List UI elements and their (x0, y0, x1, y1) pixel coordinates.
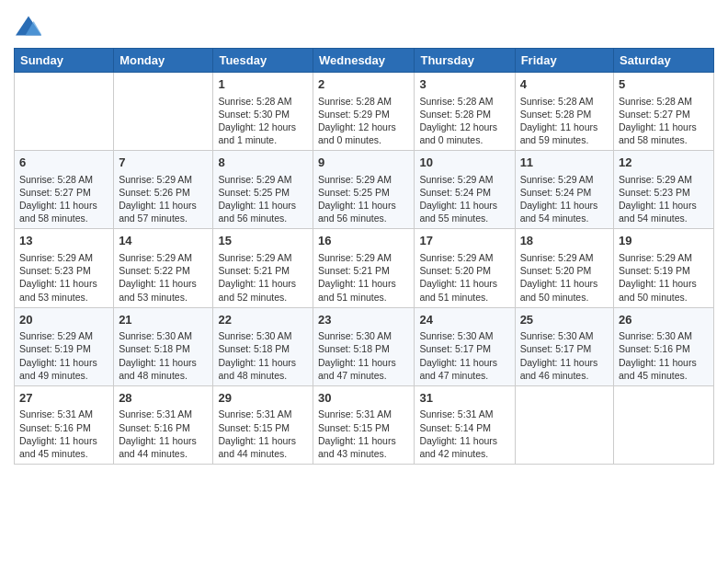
day-info: Sunset: 5:21 PM (318, 264, 409, 277)
calendar-week-row: 13Sunrise: 5:29 AMSunset: 5:23 PMDayligh… (15, 229, 714, 307)
day-number: 25 (520, 312, 609, 328)
day-info: Daylight: 11 hours and 56 minutes. (218, 199, 308, 224)
day-info: Daylight: 12 hours and 1 minute. (218, 121, 308, 146)
day-info: Sunrise: 5:30 AM (419, 329, 509, 342)
day-info: Daylight: 11 hours and 46 minutes. (520, 356, 609, 382)
calendar-cell: 8Sunrise: 5:29 AMSunset: 5:25 PMDaylight… (213, 151, 313, 229)
day-info: Daylight: 11 hours and 57 minutes. (119, 199, 208, 224)
day-info: Daylight: 11 hours and 52 minutes. (218, 277, 308, 303)
calendar-cell (114, 73, 213, 151)
day-info: Sunrise: 5:29 AM (218, 173, 308, 186)
calendar-cell: 21Sunrise: 5:30 AMSunset: 5:18 PMDayligh… (114, 307, 213, 385)
day-info: Sunrise: 5:28 AM (619, 95, 709, 108)
day-info: Sunset: 5:27 PM (619, 108, 709, 121)
day-info: Daylight: 11 hours and 43 minutes. (318, 434, 409, 460)
calendar-cell: 12Sunrise: 5:29 AMSunset: 5:23 PMDayligh… (614, 151, 714, 229)
day-info: Daylight: 11 hours and 54 minutes. (520, 199, 609, 224)
day-number: 21 (119, 312, 208, 328)
day-info: Sunrise: 5:29 AM (119, 251, 208, 264)
day-info: Daylight: 11 hours and 44 minutes. (218, 434, 308, 460)
calendar-cell: 11Sunrise: 5:29 AMSunset: 5:24 PMDayligh… (515, 151, 613, 229)
day-number: 9 (318, 155, 409, 171)
day-info: Daylight: 11 hours and 55 minutes. (419, 199, 509, 224)
day-info: Sunset: 5:22 PM (119, 264, 208, 277)
day-number: 22 (218, 312, 308, 328)
day-number: 19 (619, 233, 709, 249)
day-number: 31 (419, 390, 509, 407)
calendar-cell: 6Sunrise: 5:28 AMSunset: 5:27 PMDaylight… (15, 151, 114, 229)
day-info: Sunrise: 5:29 AM (520, 173, 609, 186)
day-info: Sunset: 5:17 PM (520, 342, 609, 355)
day-info: Sunrise: 5:31 AM (218, 408, 308, 420)
day-info: Sunset: 5:19 PM (619, 264, 709, 277)
day-info: Daylight: 11 hours and 48 minutes. (119, 356, 208, 382)
day-info: Sunrise: 5:28 AM (218, 95, 308, 108)
calendar-cell: 31Sunrise: 5:31 AMSunset: 5:14 PMDayligh… (415, 385, 515, 464)
calendar-week-row: 1Sunrise: 5:28 AMSunset: 5:30 PMDaylight… (15, 73, 714, 151)
logo (14, 13, 41, 42)
day-info: Daylight: 11 hours and 51 minutes. (419, 277, 509, 303)
calendar-cell: 19Sunrise: 5:29 AMSunset: 5:19 PMDayligh… (614, 229, 714, 307)
day-number: 8 (218, 155, 308, 171)
day-info: Daylight: 11 hours and 50 minutes. (619, 277, 709, 303)
day-info: Sunset: 5:20 PM (520, 264, 609, 277)
day-info: Sunset: 5:24 PM (520, 186, 609, 199)
calendar-cell: 2Sunrise: 5:28 AMSunset: 5:29 PMDaylight… (313, 73, 415, 151)
day-number: 26 (619, 312, 709, 328)
day-info: Sunrise: 5:28 AM (419, 95, 509, 108)
day-info: Sunrise: 5:28 AM (19, 173, 108, 186)
day-number: 3 (419, 76, 509, 93)
day-info: Sunrise: 5:30 AM (318, 329, 409, 342)
calendar-week-row: 27Sunrise: 5:31 AMSunset: 5:16 PMDayligh… (15, 385, 714, 464)
day-info: Sunset: 5:18 PM (318, 342, 409, 355)
day-info: Sunset: 5:16 PM (19, 421, 108, 434)
day-info: Sunrise: 5:29 AM (218, 251, 308, 264)
day-info: Sunrise: 5:29 AM (619, 251, 709, 264)
day-info: Daylight: 11 hours and 59 minutes. (520, 121, 609, 146)
day-info: Sunset: 5:15 PM (318, 421, 409, 434)
calendar-cell: 3Sunrise: 5:28 AMSunset: 5:28 PMDaylight… (415, 73, 515, 151)
day-info: Daylight: 11 hours and 49 minutes. (19, 356, 108, 382)
day-info: Sunset: 5:30 PM (218, 108, 308, 121)
day-info: Sunset: 5:18 PM (119, 342, 208, 355)
day-number: 15 (218, 233, 308, 249)
calendar-cell: 25Sunrise: 5:30 AMSunset: 5:17 PMDayligh… (515, 307, 613, 385)
day-info: Sunset: 5:20 PM (419, 264, 509, 277)
day-number: 6 (19, 155, 108, 171)
day-info: Daylight: 11 hours and 58 minutes. (19, 199, 108, 224)
day-number: 10 (419, 155, 509, 171)
calendar-cell (515, 385, 613, 464)
calendar-cell: 26Sunrise: 5:30 AMSunset: 5:16 PMDayligh… (614, 307, 714, 385)
calendar-table: SundayMondayTuesdayWednesdayThursdayFrid… (14, 48, 714, 465)
calendar-cell: 14Sunrise: 5:29 AMSunset: 5:22 PMDayligh… (114, 229, 213, 307)
day-info: Daylight: 12 hours and 0 minutes. (419, 121, 509, 146)
day-info: Sunset: 5:14 PM (419, 421, 509, 434)
day-info: Daylight: 11 hours and 53 minutes. (119, 277, 208, 303)
day-info: Sunset: 5:29 PM (318, 108, 409, 121)
calendar-cell: 13Sunrise: 5:29 AMSunset: 5:23 PMDayligh… (15, 229, 114, 307)
calendar-header-row: SundayMondayTuesdayWednesdayThursdayFrid… (15, 49, 714, 73)
day-info: Sunset: 5:19 PM (19, 342, 108, 355)
calendar-cell: 9Sunrise: 5:29 AMSunset: 5:25 PMDaylight… (313, 151, 415, 229)
day-number: 7 (119, 155, 208, 171)
calendar-cell: 17Sunrise: 5:29 AMSunset: 5:20 PMDayligh… (415, 229, 515, 307)
day-info: Sunrise: 5:29 AM (318, 251, 409, 264)
day-info: Sunset: 5:26 PM (119, 186, 208, 199)
calendar-cell: 5Sunrise: 5:28 AMSunset: 5:27 PMDaylight… (614, 73, 714, 151)
day-info: Sunrise: 5:31 AM (419, 408, 509, 420)
day-info: Sunrise: 5:29 AM (119, 173, 208, 186)
day-info: Sunset: 5:23 PM (19, 264, 108, 277)
day-info: Sunrise: 5:29 AM (520, 251, 609, 264)
day-info: Sunset: 5:23 PM (619, 186, 709, 199)
day-info: Daylight: 12 hours and 0 minutes. (318, 121, 409, 146)
day-number: 18 (520, 233, 609, 249)
day-info: Daylight: 11 hours and 51 minutes. (318, 277, 409, 303)
day-number: 24 (419, 312, 509, 328)
day-header-wednesday: Wednesday (313, 49, 415, 73)
day-number: 16 (318, 233, 409, 249)
day-header-saturday: Saturday (614, 49, 714, 73)
day-number: 4 (520, 76, 609, 93)
day-info: Sunrise: 5:29 AM (19, 329, 108, 342)
day-info: Daylight: 11 hours and 47 minutes. (318, 356, 409, 382)
day-header-tuesday: Tuesday (213, 49, 313, 73)
